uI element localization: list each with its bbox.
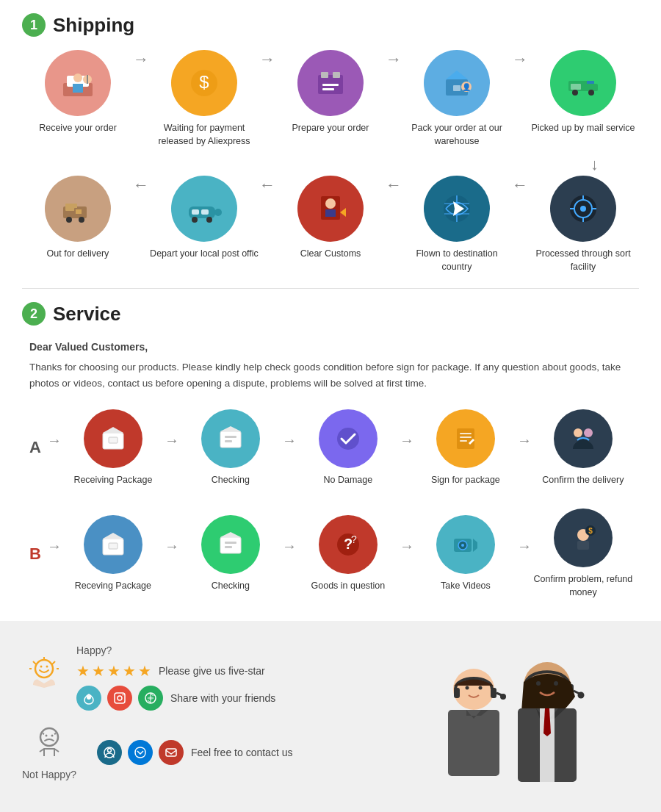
arrow-down-container: ↓ xyxy=(22,155,639,174)
a-sign-item: Sign for package xyxy=(414,409,517,487)
b-refund-icon: $ $ xyxy=(554,509,613,567)
not-happy-row: Not Happy? xyxy=(22,724,382,780)
svg-rect-64 xyxy=(225,546,232,548)
pack-label: Pack your order at our warehouse xyxy=(402,122,512,148)
svg-rect-53 xyxy=(460,433,472,434)
svg-point-88 xyxy=(123,694,124,696)
shipping-title: 1 Shipping xyxy=(22,13,639,37)
a-arrow-1: → xyxy=(165,432,179,449)
b-receiving-icon xyxy=(84,515,142,574)
svg-marker-71 xyxy=(473,539,477,552)
a-checking-icon xyxy=(201,409,260,468)
svg-rect-60 xyxy=(109,543,118,549)
share-icon-1 xyxy=(76,686,101,711)
b-checking-label: Checking xyxy=(212,580,250,593)
payment-icon: $ xyxy=(171,50,237,116)
a-checking-label: Checking xyxy=(212,474,250,487)
b-refund-item: $ $ Confirm problem, refund money xyxy=(532,509,635,599)
shipping-section: 1 Shipping Receive your order → xyxy=(0,0,661,288)
flow-a-start-arrow: → xyxy=(47,432,62,449)
svg-point-100 xyxy=(500,694,506,700)
share-icon-3 xyxy=(138,686,163,711)
shipping-heading: Shipping xyxy=(53,14,134,37)
svg-point-22 xyxy=(588,90,594,96)
out-delivery-icon xyxy=(45,176,111,242)
flow-item-receive: Receive your order xyxy=(23,50,133,135)
flow-b-start-arrow: → xyxy=(47,538,62,555)
arrow-3: → xyxy=(386,50,402,98)
happy-row: Happy? ★ ★ ★ ★ ★ Please give us five-sta… xyxy=(22,643,382,711)
arrow-2: → xyxy=(259,50,275,98)
svg-rect-61 xyxy=(220,537,241,553)
svg-rect-10 xyxy=(333,72,340,78)
svg-rect-95 xyxy=(166,749,176,756)
out-delivery-label: Out for delivery xyxy=(47,248,109,261)
svg-line-79 xyxy=(52,661,55,664)
a-receiving-item: Receiving Package xyxy=(62,409,165,487)
svg-point-35 xyxy=(206,217,212,223)
flow-item-pickup: Picked up by mail service xyxy=(528,50,638,135)
five-star-text: Please give us five-star xyxy=(159,665,265,677)
svg-rect-50 xyxy=(225,440,232,442)
svg-point-87 xyxy=(118,696,122,700)
a-sign-label: Sign for package xyxy=(431,474,500,487)
svg-marker-39 xyxy=(340,208,346,217)
svg-rect-11 xyxy=(322,84,339,86)
customs-label: Clear Customs xyxy=(300,248,361,261)
section-number-2: 2 xyxy=(22,302,46,326)
svg-rect-32 xyxy=(192,209,199,215)
b-question-icon: ? ? xyxy=(319,515,378,574)
a-receiving-icon xyxy=(84,409,142,468)
a-receiving-label: Receiving Package xyxy=(73,474,152,487)
b-videos-item: Take Videos xyxy=(414,515,517,593)
share-text: Share with your friends xyxy=(170,692,275,704)
flow-item-out-delivery: Out for delivery xyxy=(23,176,133,261)
b-videos-icon xyxy=(436,515,495,574)
svg-rect-97 xyxy=(448,710,499,776)
flow-item-pack: 👤 Pack your order at our warehouse xyxy=(402,50,512,148)
a-sign-icon xyxy=(436,409,495,468)
svg-marker-59 xyxy=(103,533,123,539)
service-title: 2 Service xyxy=(22,302,639,326)
flow-b: Receving Package → Checking → xyxy=(62,509,635,599)
svg-rect-63 xyxy=(225,542,236,544)
b-arrow-3: → xyxy=(400,538,414,555)
not-happy-icon-col: Not Happy? xyxy=(22,724,76,780)
svg-marker-48 xyxy=(220,426,241,431)
flow-item-prepare: Prepare your order xyxy=(275,50,386,135)
depart-label: Depart your local post offic xyxy=(150,248,259,261)
svg-text:$: $ xyxy=(588,527,593,535)
a-arrow-3: → xyxy=(400,432,414,449)
share-row: Share with your friends xyxy=(76,686,275,711)
svg-text:$: $ xyxy=(199,72,209,92)
svg-rect-73 xyxy=(577,541,589,550)
svg-rect-55 xyxy=(460,440,467,442)
flown-label: Flown to destination country xyxy=(402,248,512,273)
flow-a-label: A xyxy=(29,438,41,457)
svg-point-31 xyxy=(214,209,222,216)
not-happy-label: Not Happy? xyxy=(22,769,76,780)
svg-rect-46 xyxy=(109,437,118,443)
contact-icon-2 xyxy=(128,740,153,765)
arrow-4: → xyxy=(512,50,528,98)
svg-rect-29 xyxy=(76,209,82,214)
a-confirm-label: Confirm the delivery xyxy=(542,474,624,487)
star-2: ★ xyxy=(92,662,105,680)
contact-text: Feel free to contact us xyxy=(191,747,293,758)
section-number-1: 1 xyxy=(22,13,46,37)
svg-marker-20 xyxy=(587,81,594,84)
svg-point-77 xyxy=(35,660,53,678)
svg-point-108 xyxy=(536,681,541,686)
svg-point-109 xyxy=(554,681,558,686)
svg-rect-33 xyxy=(201,209,209,215)
svg-rect-54 xyxy=(460,436,472,438)
b-question-item: ? ? Goods in question xyxy=(297,515,400,593)
customer-service-image xyxy=(382,645,639,792)
svg-point-92 xyxy=(51,735,53,737)
depart-icon xyxy=(171,176,237,242)
svg-point-85 xyxy=(87,695,91,700)
prepare-icon xyxy=(297,50,364,116)
processed-label: Processed through sort facility xyxy=(528,248,638,273)
star-4: ★ xyxy=(123,662,136,680)
svg-rect-49 xyxy=(225,436,236,438)
